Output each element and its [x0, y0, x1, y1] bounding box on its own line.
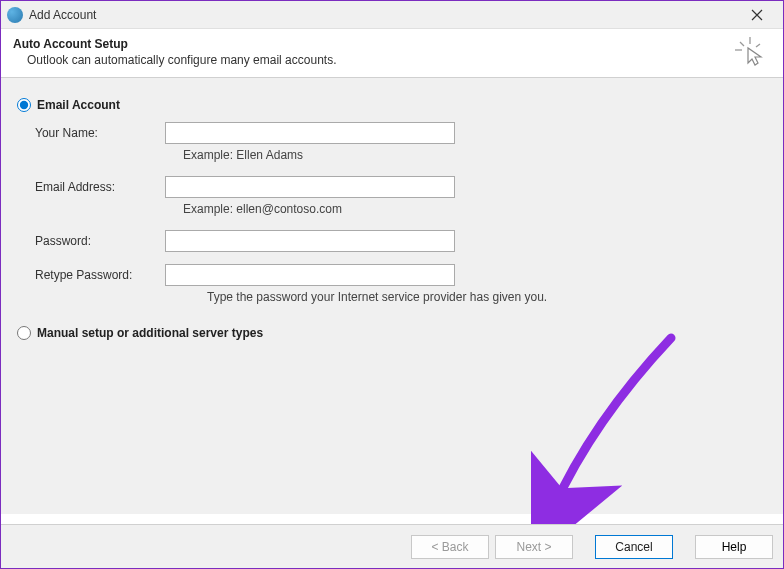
- app-icon: [7, 7, 23, 23]
- email-label: Email Address:: [35, 180, 165, 194]
- row-your-name: Your Name:: [35, 122, 767, 144]
- manual-setup-radio[interactable]: [17, 326, 31, 340]
- email-hint: Example: ellen@contoso.com: [183, 202, 767, 216]
- your-name-label: Your Name:: [35, 126, 165, 140]
- password-hint: Type the password your Internet service …: [207, 290, 767, 304]
- retype-password-input[interactable]: [165, 264, 455, 286]
- option-manual-setup[interactable]: Manual setup or additional server types: [17, 326, 767, 340]
- close-button[interactable]: [737, 1, 777, 29]
- option-email-account[interactable]: Email Account: [17, 98, 767, 112]
- window-title: Add Account: [29, 8, 96, 22]
- close-icon: [751, 9, 763, 21]
- email-form: Your Name: Example: Ellen Adams Email Ad…: [35, 122, 767, 304]
- email-input[interactable]: [165, 176, 455, 198]
- cancel-button[interactable]: Cancel: [595, 535, 673, 559]
- cursor-click-icon: [735, 37, 765, 70]
- svg-line-3: [740, 42, 744, 46]
- your-name-hint: Example: Ellen Adams: [183, 148, 767, 162]
- header-title: Auto Account Setup: [13, 37, 767, 51]
- retype-password-label: Retype Password:: [35, 268, 165, 282]
- annotation-arrow-icon: [531, 333, 691, 533]
- help-button[interactable]: Help: [695, 535, 773, 559]
- row-password: Password:: [35, 230, 767, 252]
- manual-setup-label[interactable]: Manual setup or additional server types: [37, 326, 263, 340]
- your-name-input[interactable]: [165, 122, 455, 144]
- password-input[interactable]: [165, 230, 455, 252]
- email-account-label[interactable]: Email Account: [37, 98, 120, 112]
- row-email: Email Address:: [35, 176, 767, 198]
- row-retype-password: Retype Password:: [35, 264, 767, 286]
- svg-line-2: [756, 44, 760, 47]
- titlebar: Add Account: [1, 1, 783, 29]
- wizard-header: Auto Account Setup Outlook can automatic…: [1, 29, 783, 78]
- next-button[interactable]: Next >: [495, 535, 573, 559]
- header-subtitle: Outlook can automatically configure many…: [27, 53, 767, 67]
- wizard-footer: < Back Next > Cancel Help: [1, 524, 783, 568]
- password-label: Password:: [35, 234, 165, 248]
- wizard-content: Email Account Your Name: Example: Ellen …: [1, 78, 783, 514]
- back-button[interactable]: < Back: [411, 535, 489, 559]
- email-account-radio[interactable]: [17, 98, 31, 112]
